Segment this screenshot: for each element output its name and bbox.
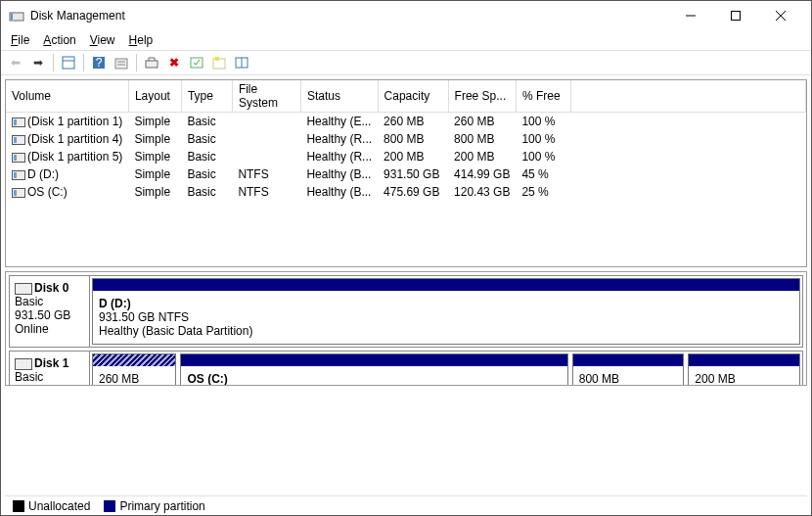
volume-list-pane[interactable]: Volume Layout Type File System Status Ca… [5,79,807,267]
menu-help[interactable]: Help [123,31,159,49]
partition-size: 800 MB [579,372,678,386]
table-row[interactable]: OS (C:) Simple Basic NTFS Healthy (B... … [6,183,806,201]
partition-container: 260 MB Healthy (EFI System Partition) OS… [90,352,802,386]
partition-stripe [573,354,684,366]
cell-pct: 25 % [516,183,570,201]
cell-type: Basic [181,165,232,183]
cell-fs: NTFS [232,165,300,183]
col-fs[interactable]: File System [232,80,300,113]
cell-pct: 45 % [516,165,570,183]
partition[interactable]: D (D:) 931.50 GB NTFS Healthy (Basic Dat… [92,278,800,345]
cell-status: Healthy (E... [300,113,378,131]
partition-size: 260 MB [99,372,169,386]
col-type[interactable]: Type [181,80,232,113]
col-volume[interactable]: Volume [6,80,128,113]
cell-free: 200 MB [448,148,516,165]
partition[interactable]: 260 MB Healthy (EFI System Partition) [92,353,176,386]
disk-name: Disk 1 [34,356,68,370]
help-button[interactable]: ? [88,52,110,73]
cell-fs: NTFS [232,183,300,201]
close-button[interactable] [758,1,803,30]
disk-row[interactable]: Disk 0 Basic 931.50 GB Online D (D:) 931… [9,275,803,348]
forward-button[interactable]: ➡ [27,52,49,73]
disk-name: Disk 0 [34,281,68,295]
volume-icon [12,135,25,145]
col-free[interactable]: Free Sp... [448,80,516,113]
partition-stripe [689,354,799,366]
cell-capacity: 931.50 GB [378,165,448,183]
rescan-button[interactable] [141,52,162,73]
disk-info[interactable]: Disk 0 Basic 931.50 GB Online [10,276,90,347]
svg-rect-10 [115,59,127,69]
app-icon [9,8,24,23]
cell-free: 800 MB [448,130,516,148]
unallocated-swatch [13,500,24,512]
cell-fs [232,130,300,148]
table-row[interactable]: (Disk 1 partition 1) Simple Basic Health… [6,113,806,131]
disk-type: Basic [15,295,84,308]
primary-swatch [104,500,115,512]
col-capacity[interactable]: Capacity [378,80,448,113]
cell-free: 120.43 GB [448,183,516,201]
partition[interactable]: 200 MB Healthy (Recovery Partition) [688,353,800,386]
cell-pct: 100 % [516,130,570,148]
partition-container: D (D:) 931.50 GB NTFS Healthy (Basic Dat… [90,276,802,347]
disk-icon [15,358,32,370]
disk-type: Basic [15,370,84,384]
cell-capacity: 260 MB [378,113,448,131]
settings-button[interactable] [111,52,132,73]
cell-free: 414.99 GB [448,165,516,183]
cell-pct: 100 % [516,113,570,131]
svg-text:?: ? [96,56,103,70]
col-status[interactable]: Status [300,80,378,113]
delete-button[interactable]: ✖ [163,52,185,73]
toolbar: ⬅ ➡ ? ✖ [1,50,811,75]
disk-row[interactable]: Disk 1 Basic 476.92 GB Online 260 MB Hea… [9,351,803,386]
cell-capacity: 475.69 GB [378,183,448,201]
separator [136,54,137,71]
col-extra[interactable] [570,80,805,113]
separator [53,54,54,71]
svg-rect-1 [11,14,13,20]
col-pct[interactable]: % Free [516,80,570,113]
cell-type: Basic [181,113,232,131]
menu-action[interactable]: Action [37,31,81,49]
disk-info[interactable]: Disk 1 Basic 476.92 GB Online [10,352,90,386]
show-hide-button[interactable] [58,52,79,73]
disk-map-pane[interactable]: Disk 0 Basic 931.50 GB Online D (D:) 931… [5,271,807,386]
cell-fs [232,148,300,165]
svg-rect-3 [732,12,741,21]
minimize-button[interactable] [668,1,713,30]
svg-rect-13 [146,61,158,68]
col-layout[interactable]: Layout [128,80,181,113]
partition[interactable]: 800 MB Healthy (Recovery Partition) [572,353,685,386]
disk-icon [15,283,32,295]
partition[interactable]: OS (C:) 475.69 GB NTFS Healthy (Boot, Pa… [180,353,567,386]
svg-rect-16 [215,57,219,61]
maximize-button[interactable] [713,1,758,30]
svg-rect-6 [63,57,74,69]
table-row[interactable]: D (D:) Simple Basic NTFS Healthy (B... 9… [6,165,806,183]
cell-pct: 100 % [516,148,570,165]
cell-volume: (Disk 1 partition 5) [27,150,122,164]
cell-volume: OS (C:) [27,185,68,199]
menu-view[interactable]: View [84,31,121,49]
menu-file[interactable]: File [5,31,35,49]
volume-icon [12,153,25,163]
table-row[interactable]: (Disk 1 partition 4) Simple Basic Health… [6,130,806,148]
action1-button[interactable] [186,52,207,73]
partition-stripe [181,354,566,366]
cell-volume: (Disk 1 partition 1) [27,115,122,128]
partition-status: Healthy (Basic Data Partition) [99,324,793,338]
partition-stripe [93,279,799,291]
back-button[interactable]: ⬅ [5,52,26,73]
cell-capacity: 200 MB [378,148,448,165]
table-row[interactable]: (Disk 1 partition 5) Simple Basic Health… [6,148,806,165]
cell-layout: Simple [128,183,181,201]
action3-button[interactable] [231,52,252,73]
cell-type: Basic [181,148,232,165]
cell-status: Healthy (B... [300,183,378,201]
cell-type: Basic [181,130,232,148]
titlebar: Disk Management [1,1,811,30]
action2-button[interactable] [208,52,230,73]
